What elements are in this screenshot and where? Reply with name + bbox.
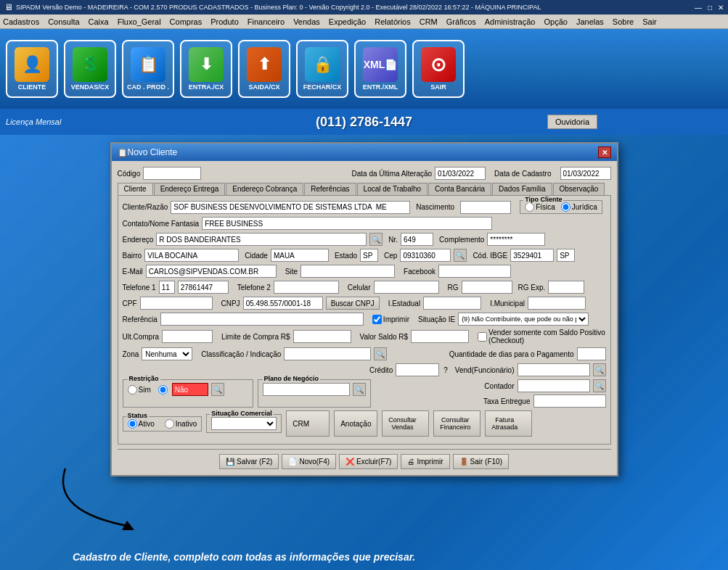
tel2-input[interactable] [274, 281, 339, 294]
menu-compras[interactable]: Compras [170, 17, 203, 26]
menu-administracao[interactable]: Administração [485, 17, 536, 26]
fisica-radio-label[interactable]: Física [525, 202, 555, 212]
data-cadastro-input[interactable] [560, 167, 611, 180]
vender-saldo-checkbox[interactable] [478, 332, 487, 342]
nascimento-input[interactable] [460, 201, 511, 214]
maximize-button[interactable]: □ [708, 4, 712, 12]
email-input[interactable] [146, 265, 277, 278]
credito-input[interactable] [396, 363, 439, 376]
toolbar-sair-button[interactable]: ⊙ SAIR [412, 40, 465, 98]
rg-input[interactable] [462, 281, 512, 294]
anotacao-button[interactable]: Anotação [334, 410, 377, 437]
zona-select[interactable]: Nenhuma [142, 347, 192, 360]
menu-cadastros[interactable]: Cadastros [3, 17, 39, 26]
situacao-comercial-select[interactable] [211, 417, 277, 430]
toolbar-cad-button[interactable]: 📋 CAD . PROD . [122, 40, 174, 98]
menu-consulta[interactable]: Consulta [48, 17, 79, 26]
ult-compra-input[interactable] [162, 330, 213, 343]
tab-referencias[interactable]: Referências [304, 183, 356, 195]
taxa-input[interactable] [533, 395, 606, 408]
novo-button[interactable]: 📄 Novo(F4) [282, 454, 336, 469]
restricao-nao-label[interactable] [158, 385, 169, 395]
data-ultima-input[interactable] [435, 167, 486, 180]
cpf-input[interactable] [140, 297, 213, 310]
minimize-button[interactable]: — [695, 4, 702, 12]
menu-sobre[interactable]: Sobre [613, 17, 634, 26]
menu-vendas[interactable]: Vendas [293, 17, 320, 26]
restricao-value-input[interactable] [172, 383, 208, 396]
plano-search-button[interactable]: 🔍 [353, 383, 366, 396]
plano-input[interactable] [263, 383, 350, 396]
complemento-input[interactable] [487, 233, 545, 246]
excluir-button[interactable]: ❌ Excluir(F7) [339, 454, 398, 469]
limite-input[interactable] [293, 330, 351, 343]
tel1-input[interactable] [178, 281, 229, 294]
endereco-search-button[interactable]: 🔍 [369, 233, 383, 246]
tab-endereco-entrega[interactable]: Endereço Entrega [154, 183, 226, 195]
dias-pagamento-input[interactable] [577, 347, 606, 360]
site-input[interactable] [300, 265, 395, 278]
vend-input[interactable] [518, 363, 590, 376]
buscar-cnpj-button[interactable]: Buscar CNPJ [326, 297, 380, 310]
cep-search-button[interactable]: 🔍 [454, 249, 467, 262]
rg-exp-input[interactable] [548, 281, 584, 294]
vend-search-button[interactable]: 🔍 [593, 363, 606, 376]
salvar-button[interactable]: 💾 Salvar (F2) [219, 454, 279, 469]
celular-input[interactable] [374, 281, 439, 294]
fatura-atrasada-button[interactable]: FaturaAtrasada [485, 410, 532, 437]
imprimir-checkbox[interactable] [372, 315, 382, 324]
contato-input[interactable] [202, 217, 492, 230]
inativo-radio[interactable] [165, 419, 174, 429]
juridica-radio[interactable] [561, 202, 570, 212]
contador-search-button[interactable]: 🔍 [593, 379, 606, 392]
menu-produto[interactable]: Produto [210, 17, 239, 26]
situacao-ie-select[interactable]: (9) Não Contribuinte, que pode ou não po… [458, 313, 589, 326]
dialog-close-button[interactable]: ✕ [598, 146, 611, 158]
sair-dialog-button[interactable]: 🚪 Sair (F10) [453, 454, 509, 469]
menu-sair[interactable]: Sair [642, 17, 657, 26]
consultar-financeiro-button[interactable]: ConsultarFinanceiro [433, 410, 480, 437]
restricao-search-button[interactable]: 🔍 [211, 383, 224, 396]
toolbar-fechar-button[interactable]: 🔒 FECHAR/CX [296, 40, 348, 98]
restricao-sim-label[interactable]: Sim [128, 385, 151, 395]
restricao-sim-radio[interactable] [128, 385, 137, 395]
menu-caixa[interactable]: Caixa [89, 17, 109, 26]
ativo-radio[interactable] [128, 419, 137, 429]
imprimir-checkbox-label[interactable]: Imprimir [372, 315, 409, 324]
cod-ibge2-input[interactable] [557, 249, 575, 262]
estado-input[interactable] [360, 249, 378, 262]
cidade-input[interactable] [271, 249, 329, 262]
tel1-ddd-input[interactable] [159, 281, 175, 294]
menu-crm[interactable]: CRM [420, 17, 438, 26]
valor-saldo-input[interactable] [411, 330, 469, 343]
ativo-label[interactable]: Ativo [128, 419, 155, 429]
vender-saldo-label[interactable]: Vender somente com Saldo Positivo (Check… [478, 329, 605, 344]
cod-ibge-input[interactable] [510, 249, 554, 262]
menu-expedicao[interactable]: Expedição [329, 17, 366, 26]
bairro-input[interactable] [144, 249, 239, 262]
tab-conta-bancaria[interactable]: Conta Bancária [428, 183, 491, 195]
nr-input[interactable] [401, 233, 433, 246]
ouvidoria-button[interactable]: Ouvidoria [547, 115, 597, 129]
facebook-input[interactable] [438, 265, 511, 278]
menu-graficos[interactable]: Gráficos [446, 17, 476, 26]
tab-local-trabalho[interactable]: Local de Trabalho [357, 183, 428, 195]
classificacao-input[interactable] [284, 347, 371, 360]
razao-input[interactable] [171, 201, 410, 214]
title-bar-controls[interactable]: — □ ✕ [695, 4, 724, 12]
referencia-input[interactable] [160, 313, 364, 326]
i-municipal-input[interactable] [528, 297, 586, 310]
menu-opcao[interactable]: Opção [544, 17, 567, 26]
toolbar-xml-button[interactable]: XML📄 ENTR./XML [354, 40, 406, 98]
tab-cliente[interactable]: Cliente [118, 183, 153, 195]
menu-relatorios[interactable]: Relatórios [375, 17, 411, 26]
juridica-radio-label[interactable]: Jurídica [561, 202, 597, 212]
cep-input[interactable] [400, 249, 451, 262]
toolbar-cliente-button[interactable]: 👤 CLIENTE [6, 40, 58, 98]
codigo-input[interactable] [143, 167, 201, 180]
restricao-nao-radio[interactable] [158, 385, 168, 395]
toolbar-vendas-button[interactable]: 💲 VENDAS/CX [64, 40, 116, 98]
menu-fluxo[interactable]: Fluxo_Geral [118, 17, 161, 26]
menu-financeiro[interactable]: Financeiro [248, 17, 285, 26]
fisica-radio[interactable] [525, 202, 534, 212]
